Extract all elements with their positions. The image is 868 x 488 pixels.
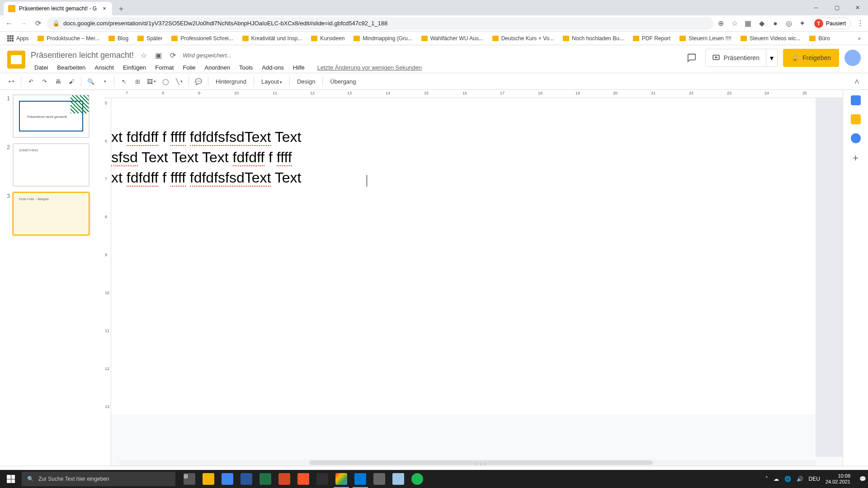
bookmark-item[interactable]: Kreativität und Insp... [239, 33, 306, 43]
close-tab-icon[interactable]: × [101, 5, 108, 12]
design-button[interactable]: Design [293, 78, 319, 85]
calendar-icon[interactable] [851, 95, 861, 105]
text-box-content[interactable]: xt fdfdff f ffff fdfdfsfsdText Text sfsd… [111, 127, 301, 188]
taskbar-chrome[interactable] [332, 470, 351, 488]
bookmark-item[interactable]: Später [134, 33, 166, 43]
select-tool-button[interactable]: ↖ [118, 75, 130, 87]
present-button[interactable]: Präsentieren ▾ [705, 49, 778, 67]
address-bar[interactable]: 🔒 docs.google.com/presentation/d/1yV372S… [47, 17, 713, 30]
slide-thumbnail-3[interactable]: Erste Folie – Beispiel [13, 192, 90, 235]
add-addon-icon[interactable]: + [853, 152, 859, 164]
tray-language[interactable]: DEU [809, 476, 820, 482]
bookmark-item[interactable]: Büro [806, 33, 833, 43]
extensions-icon[interactable]: ✦ [798, 19, 807, 28]
menu-ansicht[interactable]: Ansicht [91, 62, 118, 73]
taskbar-app-1[interactable] [218, 470, 237, 488]
tray-onedrive-icon[interactable]: ☁ [774, 476, 779, 482]
bookmark-item[interactable]: PDF Report [629, 33, 674, 43]
qr-icon[interactable]: ▦ [744, 19, 752, 28]
extension-icon-1[interactable]: ◆ [758, 19, 766, 28]
taskbar-spotify[interactable] [408, 470, 427, 488]
layout-button[interactable]: Layout [258, 78, 286, 85]
bookmark-item[interactable]: Blog [105, 33, 132, 43]
share-button[interactable]: 🔒 Freigeben [783, 49, 839, 67]
comments-button[interactable] [684, 50, 700, 66]
profile-button[interactable]: T Pausiert [812, 18, 851, 29]
taskbar-search[interactable]: 🔍 Zur Suche Text hier eingeben [22, 472, 175, 486]
undo-button[interactable]: ↶ [25, 75, 37, 87]
taskbar-edge[interactable] [351, 470, 370, 488]
chrome-menu-icon[interactable]: ⋮ [856, 19, 864, 28]
scrollbar-thumb[interactable]: • • • [309, 460, 653, 465]
minimize-button[interactable]: ─ [806, 0, 826, 15]
forward-button[interactable]: → [18, 18, 29, 29]
slide-thumbnail-2[interactable]: SOMETHING [13, 143, 90, 187]
tasks-icon[interactable] [851, 133, 861, 143]
new-slide-button[interactable]: + [5, 75, 17, 87]
tray-overflow-icon[interactable]: ˄ [765, 476, 768, 482]
back-button[interactable]: ← [4, 18, 14, 29]
background-button[interactable]: Hintergrund [212, 78, 250, 85]
taskbar-app-2[interactable] [370, 470, 389, 488]
menu-bearbeiten[interactable]: Bearbeiten [53, 62, 89, 73]
bookmark-item[interactable]: Kursideen [307, 33, 348, 43]
collapse-toolbar-button[interactable]: ᐱ [851, 75, 863, 87]
menu-datei[interactable]: Datei [31, 62, 52, 73]
extension-icon-2[interactable]: ● [771, 19, 779, 28]
task-view-button[interactable]: ⊞ [180, 470, 199, 488]
slide-canvas[interactable]: xt fdfdff f ffff fdfdfsfsdText Text sfsd… [111, 98, 816, 414]
horizontal-scrollbar[interactable]: • • • [119, 460, 816, 466]
zoom-icon[interactable]: ⊕ [717, 19, 725, 28]
textbox-button[interactable]: ⊞ [132, 75, 143, 87]
menu-einfuegen[interactable]: Einfügen [119, 62, 150, 73]
star-icon[interactable]: ☆ [731, 19, 739, 28]
last-edit-link[interactable]: Letzte Änderung vor wenigen Sekunden [314, 62, 425, 73]
shape-button[interactable]: ◯ [160, 75, 171, 87]
close-window-button[interactable]: ✕ [847, 0, 868, 15]
taskbar-excel[interactable] [256, 470, 275, 488]
bookmark-item[interactable]: Wahlfächer WU Aus... [418, 33, 487, 43]
browser-tab[interactable]: Präsentieren leicht gemacht! - G × [4, 2, 112, 15]
redo-button[interactable]: ↷ [38, 75, 50, 87]
print-button[interactable]: 🖶 [52, 75, 64, 87]
present-dropdown-arrow[interactable]: ▾ [766, 49, 777, 66]
zoom-dropdown[interactable] [99, 75, 110, 87]
keep-icon[interactable] [851, 114, 861, 124]
bookmark-item[interactable]: Steuern Videos wic... [737, 33, 804, 43]
line-button[interactable]: ╲ [173, 75, 185, 87]
bookmark-item[interactable]: Noch hochladen Bu... [559, 33, 627, 43]
bookmark-item[interactable]: Mindmapping (Gru... [350, 33, 415, 43]
menu-tools[interactable]: Tools [236, 62, 256, 73]
tray-network-icon[interactable]: 🌐 [784, 476, 791, 482]
comment-button[interactable]: 💬 [193, 75, 204, 87]
document-title[interactable]: Präsentieren leicht gemacht! [31, 51, 134, 60]
bookmarks-overflow[interactable]: » [854, 35, 864, 42]
zoom-out-button[interactable]: 🔍 [85, 75, 97, 87]
taskbar-brave[interactable] [294, 470, 313, 488]
transition-button[interactable]: Übergang [326, 78, 359, 85]
tray-clock[interactable]: 10:08 24.02.2021 [826, 473, 854, 485]
apps-shortcut[interactable]: Apps [4, 33, 32, 43]
slide-filmstrip[interactable]: 1 Präsentieren leicht gemacht! 2 SOMETHI… [0, 90, 103, 466]
paint-format-button[interactable]: 🖌 [66, 75, 77, 87]
tray-volume-icon[interactable]: 🔊 [797, 476, 803, 482]
maximize-button[interactable]: ▢ [826, 0, 847, 15]
taskbar-obs[interactable] [313, 470, 332, 488]
taskbar-notepad[interactable] [389, 470, 408, 488]
menu-format[interactable]: Format [151, 62, 177, 73]
taskbar-explorer[interactable] [199, 470, 218, 488]
start-button[interactable] [0, 470, 22, 488]
extension-icon-3[interactable]: ◎ [785, 19, 793, 28]
bookmark-item[interactable]: Deutsche Kurs + Vo... [489, 33, 557, 43]
menu-hilfe[interactable]: Hilfe [289, 62, 308, 73]
bookmark-item[interactable]: Produktsuche – Mer... [34, 33, 103, 43]
star-document-icon[interactable]: ☆ [139, 51, 148, 60]
taskbar-powerpoint[interactable] [275, 470, 294, 488]
slide-thumbnail-1[interactable]: Präsentieren leicht gemacht! [13, 94, 90, 138]
menu-folie[interactable]: Folie [179, 62, 199, 73]
taskbar-word[interactable] [237, 470, 256, 488]
menu-addons[interactable]: Add-ons [258, 62, 287, 73]
account-avatar[interactable] [844, 50, 861, 66]
new-tab-button[interactable]: + [115, 3, 127, 15]
bookmark-item[interactable]: Professionell Schrei... [168, 33, 236, 43]
